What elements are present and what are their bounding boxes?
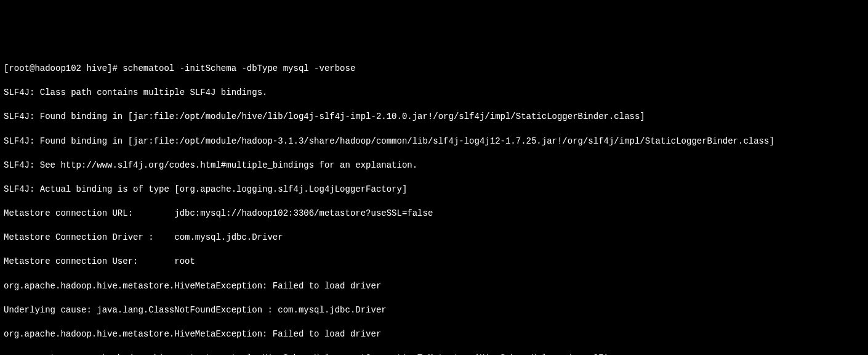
terminal-line: [root@hadoop102 hive]# schematool -initS… (4, 63, 864, 75)
terminal-line: org.apache.hadoop.hive.metastore.HiveMet… (4, 280, 864, 293)
terminal-line: Metastore connection User: root (4, 256, 864, 268)
terminal-line: SLF4J: See http://www.slf4j.org/codes.ht… (4, 160, 864, 172)
terminal-line: SLF4J: Found binding in [jar:file:/opt/m… (4, 111, 864, 123)
terminal-line: at org.apache.hadoop.hive.metastore.tool… (4, 353, 864, 355)
terminal-line: SLF4J: Found binding in [jar:file:/opt/m… (4, 136, 864, 148)
terminal-line: Underlying cause: java.lang.ClassNotFoun… (4, 304, 864, 317)
terminal-line: Metastore Connection Driver : com.mysql.… (4, 232, 864, 244)
terminal-line: SLF4J: Class path contains multiple SLF4… (4, 87, 864, 99)
terminal-line: Metastore connection URL: jdbc:mysql://h… (4, 208, 864, 220)
terminal-output[interactable]: [root@hadoop102 hive]# schematool -initS… (4, 51, 864, 355)
terminal-line: org.apache.hadoop.hive.metastore.HiveMet… (4, 328, 864, 341)
terminal-line: SLF4J: Actual binding is of type [org.ap… (4, 184, 864, 196)
